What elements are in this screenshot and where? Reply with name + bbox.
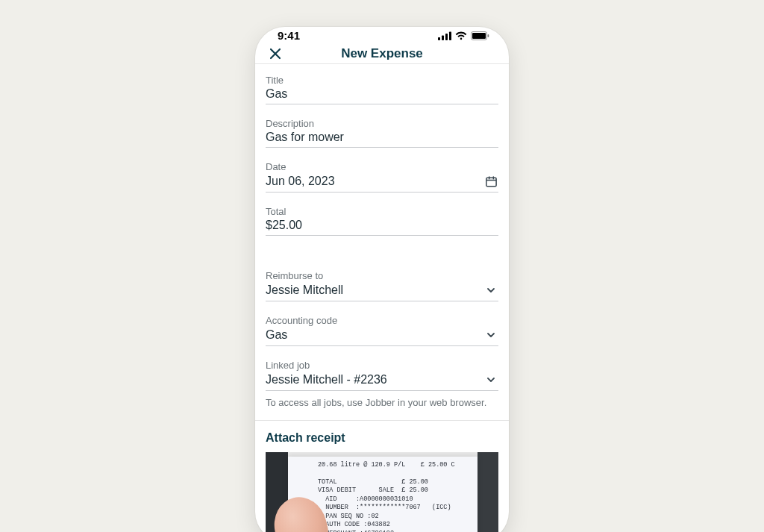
linkedjob-select[interactable]: Jessie Mitchell - #2236 bbox=[266, 373, 483, 387]
date-input[interactable]: Jun 06, 2023 bbox=[266, 175, 483, 188]
title-input[interactable]: Gas bbox=[266, 87, 498, 101]
field-label: Title bbox=[266, 75, 498, 86]
field-reimburse[interactable]: Reimburse to Jessie Mitchell bbox=[266, 270, 498, 301]
attach-receipt-section: Attach receipt 20.68 litre @ 120.9 P/L £… bbox=[255, 421, 509, 532]
field-label: Reimburse to bbox=[266, 270, 498, 281]
svg-rect-1 bbox=[442, 35, 444, 40]
field-date[interactable]: Date Jun 06, 2023 bbox=[266, 161, 498, 193]
field-accounting-code[interactable]: Accounting code Gas bbox=[266, 315, 498, 346]
field-label: Linked job bbox=[266, 360, 498, 371]
close-button[interactable] bbox=[266, 44, 285, 63]
status-indicators bbox=[438, 31, 489, 40]
svg-rect-7 bbox=[486, 178, 495, 186]
receipt-thumbnail[interactable]: 20.68 litre @ 120.9 P/L £ 25.00 C TOTAL … bbox=[266, 452, 498, 532]
field-total[interactable]: Total $25.00 bbox=[266, 206, 498, 236]
field-description[interactable]: Description Gas for mower bbox=[266, 118, 498, 148]
field-label: Total bbox=[266, 206, 498, 217]
field-label: Accounting code bbox=[266, 315, 498, 326]
accounting-select[interactable]: Gas bbox=[266, 328, 483, 342]
chevron-down-icon bbox=[483, 328, 498, 342]
page-title: New Expense bbox=[255, 46, 509, 61]
cellular-icon bbox=[438, 31, 451, 40]
field-label: Date bbox=[266, 161, 498, 172]
status-bar: 9:41 bbox=[255, 27, 509, 44]
calendar-icon[interactable] bbox=[483, 174, 498, 189]
close-icon bbox=[269, 48, 281, 60]
svg-rect-2 bbox=[445, 34, 448, 40]
chevron-down-icon bbox=[483, 283, 498, 298]
linkedjob-helper: To access all jobs, use Jobber in your w… bbox=[266, 397, 498, 408]
battery-icon bbox=[471, 31, 489, 40]
field-linked-job[interactable]: Linked job Jessie Mitchell - #2236 To ac… bbox=[266, 360, 498, 408]
field-title[interactable]: Title Gas bbox=[266, 75, 498, 104]
svg-rect-5 bbox=[472, 33, 486, 39]
svg-rect-0 bbox=[438, 37, 440, 40]
chevron-down-icon bbox=[483, 372, 498, 387]
phone-frame: 9:41 New Expense Title Gas bbox=[255, 27, 509, 532]
total-input[interactable]: $25.00 bbox=[266, 219, 498, 232]
reimburse-select[interactable]: Jessie Mitchell bbox=[266, 284, 483, 297]
nav-bar: New Expense bbox=[255, 44, 509, 64]
wifi-icon bbox=[455, 31, 467, 40]
attach-receipt-title: Attach receipt bbox=[266, 431, 498, 445]
svg-rect-6 bbox=[488, 34, 489, 37]
status-time: 9:41 bbox=[278, 29, 300, 42]
form-section-main: Title Gas Description Gas for mower Date… bbox=[255, 64, 509, 421]
description-input[interactable]: Gas for mower bbox=[266, 131, 498, 144]
svg-rect-3 bbox=[449, 31, 451, 40]
field-label: Description bbox=[266, 118, 498, 129]
